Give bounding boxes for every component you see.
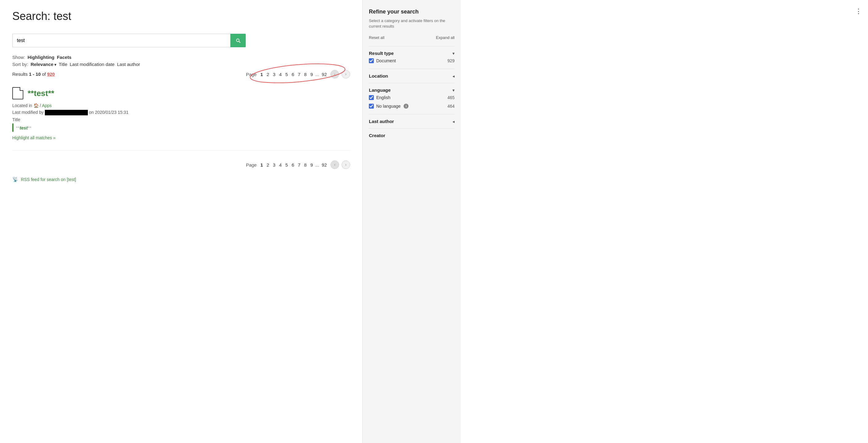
page-6[interactable]: 6: [290, 71, 295, 78]
location-header[interactable]: Location ◂: [369, 73, 455, 78]
sidebar-item-no-language: No language i 464: [369, 101, 455, 110]
sidebar-section-location: Location ◂: [369, 69, 455, 83]
location-chevron: ◂: [453, 74, 455, 78]
page-bottom-7[interactable]: 7: [297, 162, 302, 168]
rss-link[interactable]: RSS feed for search on [test]: [21, 177, 76, 182]
sort-last-author[interactable]: Last author: [117, 62, 140, 67]
creator-title: Creator: [369, 133, 385, 138]
page-1[interactable]: 1: [259, 71, 264, 78]
show-label: Show:: [12, 55, 25, 60]
sidebar-item-document: Document 929: [369, 56, 455, 64]
result-field-label: Title: [12, 117, 350, 122]
result-field-value: **test**: [12, 123, 350, 132]
page-bottom-5[interactable]: 5: [284, 162, 289, 168]
title-prefix: **: [28, 89, 34, 98]
document-item-left: Document: [369, 58, 396, 63]
result-modified: Last modified by on 2020/01/23 15:31: [12, 110, 350, 115]
page-bottom-prev[interactable]: ‹: [331, 161, 339, 169]
page-ellipsis-top: ...: [315, 72, 319, 77]
reset-all-link[interactable]: Reset all: [369, 35, 384, 40]
modified-on: on 2020/01/23 15:31: [89, 110, 128, 115]
page-next-button[interactable]: ›: [342, 70, 350, 78]
last-author-header[interactable]: Last author ◂: [369, 119, 455, 124]
pagination-label: Page: [246, 72, 257, 77]
rss-icon: 📡: [12, 176, 19, 182]
search-bar: [12, 34, 246, 47]
page-4[interactable]: 4: [278, 71, 283, 78]
page-7[interactable]: 7: [297, 71, 302, 78]
language-header[interactable]: Language ▾: [369, 88, 455, 93]
english-checkbox[interactable]: [369, 95, 374, 100]
three-dots-menu-button[interactable]: ⋮: [855, 7, 862, 15]
sort-label: Sort by:: [12, 62, 28, 67]
document-checkbox[interactable]: [369, 58, 374, 63]
page-bottom-next[interactable]: ›: [342, 161, 350, 169]
field-text: **test**: [16, 125, 31, 130]
page-9[interactable]: 9: [309, 71, 314, 78]
page-bottom-3[interactable]: 3: [272, 162, 276, 168]
modified-label: Last modified by: [12, 110, 43, 115]
sort-last-modification[interactable]: Last modification date: [70, 62, 115, 67]
sidebar-section-creator: Creator: [369, 128, 455, 142]
creator-header[interactable]: Creator: [369, 133, 455, 138]
page-8[interactable]: 8: [303, 71, 308, 78]
sidebar-section-last-author: Last author ◂: [369, 114, 455, 128]
expand-all-link[interactable]: Expand all: [436, 35, 455, 40]
sidebar-section-result-type: Result type ▾ Document 929: [369, 46, 455, 69]
field-word: test: [20, 125, 28, 130]
document-count: 929: [447, 58, 455, 63]
sidebar-section-language: Language ▾ English 465 No language i 464: [369, 83, 455, 114]
sidebar-title: Refine your search: [369, 9, 455, 15]
results-range: 1 - 10: [29, 71, 40, 77]
page-prev-button[interactable]: ‹: [331, 70, 339, 78]
search-input[interactable]: [12, 34, 230, 47]
language-chevron: ▾: [453, 88, 455, 93]
page-bottom-2[interactable]: 2: [266, 162, 270, 168]
english-label: English: [376, 95, 391, 100]
page-bottom-4[interactable]: 4: [278, 162, 283, 168]
pagination-bottom-nav: Page 1 2 3 4 5 6 7 8 9 ... 92 ‹ ›: [246, 161, 350, 169]
title-word: test: [34, 89, 48, 98]
sort-relevance[interactable]: Relevance: [31, 62, 57, 67]
page-bottom-9[interactable]: 9: [309, 162, 314, 168]
show-facets-link[interactable]: Facets: [57, 55, 71, 60]
result-type-chevron: ▾: [453, 51, 455, 56]
result-type-title: Result type: [369, 50, 394, 56]
page-bottom-8[interactable]: 8: [303, 162, 308, 168]
result-header: **test**: [12, 87, 350, 99]
show-row: Show: Highlighting Facets: [12, 55, 350, 60]
search-button[interactable]: [230, 34, 246, 47]
title-suffix: **: [48, 89, 54, 98]
pagination-bottom: Page 1 2 3 4 5 6 7 8 9 ... 92 ‹ ›: [12, 161, 350, 169]
sidebar-actions: Reset all Expand all: [369, 35, 455, 40]
location-apps-link[interactable]: Apps: [42, 103, 52, 108]
page-bottom-last[interactable]: 92: [320, 162, 328, 168]
no-language-checkbox[interactable]: [369, 104, 374, 109]
page-3[interactable]: 3: [272, 71, 276, 78]
rss-row: 📡 RSS feed for search on [test]: [12, 176, 350, 182]
page-title: Search: test: [12, 10, 350, 23]
page-5[interactable]: 5: [284, 71, 289, 78]
sidebar-item-english: English 465: [369, 93, 455, 101]
show-highlighting-link[interactable]: Highlighting: [28, 55, 54, 60]
pagination-bottom-label: Page: [246, 162, 257, 168]
no-language-count: 464: [447, 104, 455, 109]
results-label: Results: [12, 71, 28, 77]
home-icon: 🏠: [33, 103, 39, 108]
page-last[interactable]: 92: [320, 71, 328, 78]
result-title[interactable]: **test**: [28, 89, 54, 98]
result-item: **test** Located in 🏠 / Apps Last modifi…: [12, 87, 350, 150]
redacted-author: [45, 110, 88, 115]
language-title: Language: [369, 88, 391, 93]
page-bottom-6[interactable]: 6: [290, 162, 295, 168]
english-count: 465: [447, 95, 455, 100]
result-type-header[interactable]: Result type ▾: [369, 50, 455, 56]
english-item-left: English: [369, 95, 391, 100]
sort-title[interactable]: Title: [59, 62, 67, 67]
page-bottom-1[interactable]: 1: [259, 162, 264, 168]
sidebar-subtitle: Select a category and activate filters o…: [369, 18, 455, 29]
no-language-info-icon[interactable]: i: [404, 104, 408, 109]
located-in-label: Located in: [12, 103, 32, 108]
highlight-all-link[interactable]: Highlight all matches »: [12, 135, 56, 140]
page-2[interactable]: 2: [266, 71, 270, 78]
